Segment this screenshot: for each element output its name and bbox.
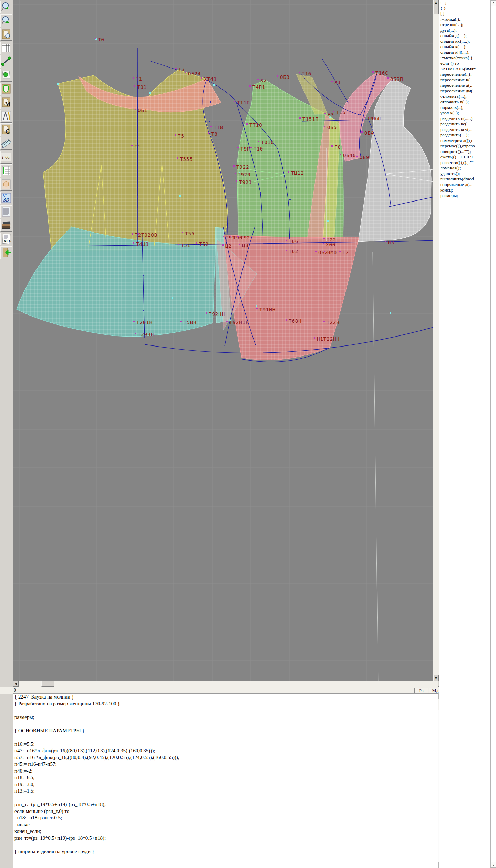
- point-marker[interactable]: [324, 126, 326, 127]
- point-marker[interactable]: [226, 321, 228, 322]
- command-item[interactable]: выполнить(dmod: [439, 176, 491, 182]
- point-marker-cyan[interactable]: [57, 83, 59, 85]
- point-marker[interactable]: [131, 145, 133, 146]
- point-marker[interactable]: [223, 236, 224, 237]
- point-marker[interactable]: [201, 78, 202, 79]
- point-marker[interactable]: [331, 145, 333, 147]
- point-marker[interactable]: [236, 180, 237, 182]
- point-marker[interactable]: [175, 134, 176, 136]
- point-marker[interactable]: [230, 236, 231, 237]
- command-item[interactable]: сплайн к(....);: [439, 44, 491, 50]
- point-marker[interactable]: [208, 132, 209, 134]
- point-marker-blue[interactable]: [209, 121, 210, 122]
- point-marker[interactable]: [237, 236, 239, 237]
- command-item[interactable]: пересечение н(..: [439, 77, 491, 83]
- point-marker-blue[interactable]: [260, 192, 261, 194]
- command-item[interactable]: отложить(...);: [439, 94, 491, 99]
- point-marker[interactable]: [324, 251, 326, 252]
- command-item[interactable]: отрезок( . );: [439, 22, 491, 28]
- point-marker[interactable]: [364, 117, 365, 118]
- command-item[interactable]: сплайн д(....);: [439, 33, 491, 39]
- point-marker-blue[interactable]: [143, 310, 144, 311]
- point-marker[interactable]: [178, 244, 179, 245]
- point-marker[interactable]: [250, 147, 252, 148]
- command-item[interactable]: отложить в(..);: [439, 99, 491, 105]
- point-marker[interactable]: [339, 251, 341, 252]
- point-marker[interactable]: [133, 321, 135, 322]
- command-item[interactable]: { }: [439, 6, 491, 11]
- point-marker[interactable]: [210, 126, 212, 127]
- command-item[interactable]: если () то: [439, 61, 491, 66]
- scroll-down-icon[interactable]: ▼: [433, 675, 439, 681]
- point-marker[interactable]: [258, 141, 259, 142]
- point-marker-blue[interactable]: [210, 101, 211, 103]
- point-marker[interactable]: [256, 308, 258, 309]
- point-marker-cyan[interactable]: [327, 220, 329, 222]
- command-item[interactable]: перенос((),отрезо: [439, 143, 491, 149]
- point-marker-blue[interactable]: [143, 275, 144, 276]
- command-item[interactable]: симметрия л((),с: [439, 138, 491, 143]
- point-marker[interactable]: [314, 337, 315, 339]
- point-marker[interactable]: [257, 79, 259, 80]
- point-marker-cyan[interactable]: [149, 92, 151, 94]
- point-marker[interactable]: [331, 81, 333, 82]
- command-item[interactable]: сопряжение д(...: [439, 182, 491, 187]
- point-marker[interactable]: [133, 77, 134, 79]
- point-marker[interactable]: [185, 72, 186, 73]
- point-marker-cyan[interactable]: [179, 195, 181, 197]
- point-marker[interactable]: [237, 147, 239, 148]
- point-marker[interactable]: [356, 156, 358, 157]
- command-item[interactable]: [ ]: [439, 11, 491, 17]
- command-item[interactable]: := ;: [439, 0, 491, 6]
- point-marker-blue[interactable]: [137, 103, 138, 104]
- point-marker[interactable]: [369, 117, 370, 118]
- command-item[interactable]: разделить ксу(...: [439, 127, 491, 132]
- point-marker[interactable]: [95, 38, 96, 39]
- command-item[interactable]: :=точка(.);: [439, 17, 491, 22]
- point-marker[interactable]: [182, 232, 183, 233]
- command-item[interactable]: поворот(()..."");: [439, 149, 491, 154]
- point-marker[interactable]: [286, 319, 287, 321]
- point-marker[interactable]: [135, 333, 136, 334]
- command-item[interactable]: разделить(....);: [439, 132, 491, 138]
- scroll-down-icon[interactable]: ∨: [491, 862, 496, 868]
- scroll-up-icon[interactable]: ▲: [433, 0, 439, 6]
- command-list-vscrollbar[interactable]: ∧ ∨: [490, 0, 496, 868]
- command-item[interactable]: ломаная();: [439, 165, 491, 171]
- point-marker[interactable]: [177, 157, 178, 159]
- point-marker[interactable]: [249, 85, 251, 87]
- point-marker[interactable]: [299, 117, 301, 119]
- point-marker[interactable]: [315, 251, 317, 252]
- canvas-vscroll-thumb[interactable]: [433, 6, 439, 14]
- point-marker[interactable]: [133, 242, 134, 244]
- command-item[interactable]: пересечение д(..: [439, 83, 491, 88]
- command-item[interactable]: разделить н(.....): [439, 116, 491, 121]
- point-marker[interactable]: [361, 131, 363, 133]
- point-marker-cyan[interactable]: [256, 305, 257, 307]
- point-marker[interactable]: [286, 240, 287, 241]
- point-marker[interactable]: [372, 71, 374, 73]
- point-marker[interactable]: [138, 233, 140, 235]
- canvas-hscrollbar[interactable]: ◀ ▶: [13, 681, 444, 687]
- scroll-left-icon[interactable]: ◀: [13, 681, 19, 687]
- point-marker-cyan[interactable]: [172, 297, 173, 299]
- command-item[interactable]: сплайн кк(.....);: [439, 39, 491, 44]
- point-marker-cyan[interactable]: [390, 312, 391, 314]
- command-item[interactable]: угол к(..);: [439, 110, 491, 116]
- point-marker[interactable]: [324, 113, 326, 114]
- command-item[interactable]: размеры;: [439, 193, 491, 198]
- command-item[interactable]: разделить кс(....: [439, 121, 491, 127]
- point-marker[interactable]: [387, 78, 389, 79]
- command-item[interactable]: нормаль(..);: [439, 105, 491, 110]
- point-marker[interactable]: [196, 242, 197, 244]
- scroll-up-icon[interactable]: ∧: [491, 0, 496, 6]
- point-marker[interactable]: [233, 165, 235, 167]
- point-marker[interactable]: [235, 173, 236, 174]
- canvas-vscrollbar[interactable]: ▲ ▼: [433, 0, 439, 681]
- pattern-drawing[interactable]: Т0Т3ОБ24ХТ41Т1Т01ОБ1Х2ОБ3Т16Х1Т16СОБ3ПТ4…: [0, 0, 433, 681]
- rz-button[interactable]: Рз: [414, 688, 428, 693]
- point-marker[interactable]: [222, 244, 224, 246]
- point-marker[interactable]: [385, 241, 386, 242]
- command-item[interactable]: пересечение(..);: [439, 72, 491, 77]
- command-item[interactable]: конец;: [439, 187, 491, 193]
